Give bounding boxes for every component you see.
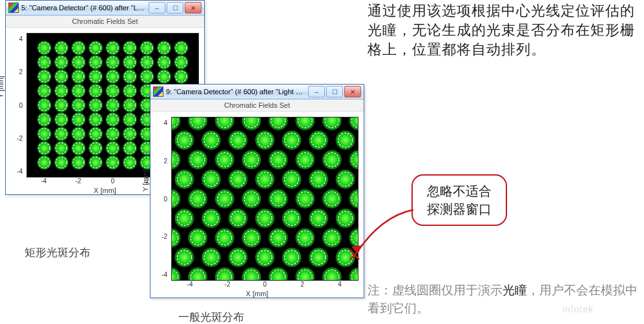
- svg-point-64: [123, 112, 137, 127]
- svg-point-92: [54, 84, 68, 98]
- titlebar[interactable]: 5: "Camera Detector" (# 600) after "Ligh…: [6, 1, 204, 15]
- svg-point-144: [37, 41, 52, 55]
- svg-point-90: [37, 84, 52, 98]
- svg-point-20: [54, 141, 68, 156]
- svg-point-120: [140, 70, 154, 84]
- app-icon: [153, 86, 163, 97]
- minimize-button[interactable]: –: [149, 2, 165, 14]
- plot-area: 420-2-4 Y [mm] -4-2024 X [mm]: [151, 112, 364, 298]
- svg-point-128: [54, 55, 68, 69]
- svg-point-80: [106, 98, 120, 112]
- svg-point-142: [174, 55, 189, 69]
- svg-point-44: [106, 127, 120, 141]
- svg-point-152: [106, 41, 120, 55]
- svg-point-94: [72, 84, 86, 98]
- svg-point-146: [54, 41, 68, 55]
- footnote: 注：虚线圆圈仅用于演示光瞳，用户不会在模拟中看到它们。: [368, 281, 638, 318]
- svg-point-154: [123, 41, 137, 55]
- footnote-strong: 光瞳: [503, 283, 527, 297]
- svg-point-296: [349, 117, 358, 130]
- svg-point-124: [174, 70, 189, 84]
- svg-point-108: [37, 70, 52, 84]
- svg-point-2: [54, 156, 68, 170]
- callout-line2: 探测器窗口: [427, 200, 492, 218]
- y-ticks: 420-2-4: [153, 117, 167, 281]
- svg-point-96: [88, 84, 103, 98]
- svg-point-38: [54, 127, 68, 141]
- svg-point-98: [106, 84, 120, 98]
- chart-subtitle: Chromatic Fields Set: [6, 15, 204, 28]
- svg-point-18: [37, 141, 52, 156]
- svg-point-136: [123, 55, 137, 69]
- svg-point-148: [72, 41, 86, 55]
- y-axis-label: Y [mm]: [0, 76, 5, 98]
- callout-line1: 忽略不适合: [427, 182, 492, 200]
- svg-point-72: [37, 98, 52, 112]
- svg-point-6: [88, 156, 103, 170]
- svg-point-26: [106, 141, 120, 156]
- callout-ignore-clipped: 忽略不适合 探测器窗口: [411, 174, 507, 226]
- svg-point-74: [54, 98, 68, 112]
- y-ticks: 420-2-4: [8, 33, 23, 177]
- svg-point-176: [349, 267, 358, 280]
- svg-point-126: [37, 55, 52, 69]
- spot-canvas-general: [171, 117, 358, 281]
- svg-point-22: [72, 141, 86, 156]
- svg-point-150: [88, 41, 103, 55]
- window-title: 5: "Camera Detector" (# 600) after "Ligh…: [21, 4, 146, 12]
- description-text: 通过使用该选项根据中心光线定位评估的光瞳，无论生成的光束是否分布在矩形栅格上，位…: [368, 1, 638, 59]
- svg-point-28: [123, 141, 137, 156]
- callout-arrow: [349, 200, 420, 265]
- svg-point-24: [88, 141, 103, 156]
- caption-general: 一般光斑分布: [178, 310, 244, 324]
- minimize-button[interactable]: –: [308, 86, 325, 97]
- maximize-button[interactable]: ☐: [167, 2, 183, 14]
- svg-point-282: [172, 117, 181, 130]
- svg-point-156: [140, 41, 154, 55]
- svg-point-134: [106, 55, 120, 69]
- svg-point-252: [172, 150, 181, 169]
- window-controls: – ☐ ✕: [308, 86, 361, 97]
- svg-point-112: [72, 70, 86, 84]
- svg-point-8: [106, 156, 120, 170]
- svg-point-162: [172, 267, 181, 280]
- svg-point-110: [54, 70, 68, 84]
- svg-point-82: [123, 98, 137, 112]
- y-axis-label: Y [mm]: [141, 169, 149, 192]
- window-controls: – ☐ ✕: [149, 2, 202, 14]
- chart-subtitle: Chromatic Fields Set: [151, 99, 364, 112]
- watermark: infotek: [563, 304, 594, 314]
- svg-point-78: [88, 98, 103, 112]
- svg-point-10: [123, 156, 137, 170]
- svg-point-36: [37, 127, 52, 141]
- svg-point-116: [106, 70, 120, 84]
- svg-point-118: [123, 70, 137, 84]
- x-axis-label: X [mm]: [151, 290, 364, 298]
- svg-point-76: [72, 98, 86, 112]
- svg-point-158: [157, 41, 171, 55]
- svg-point-122: [157, 70, 171, 84]
- svg-point-4: [72, 156, 86, 170]
- window-title: 9: "Camera Detector" (# 600) after "Ligh…: [166, 88, 306, 96]
- close-button[interactable]: ✕: [185, 2, 202, 14]
- svg-point-114: [88, 70, 103, 84]
- close-button[interactable]: ✕: [344, 86, 361, 97]
- x-ticks: -4-2024: [171, 281, 358, 289]
- app-icon: [8, 3, 19, 13]
- svg-point-54: [37, 112, 52, 127]
- svg-point-132: [88, 55, 103, 69]
- svg-point-130: [72, 55, 86, 69]
- svg-point-62: [106, 112, 120, 127]
- svg-point-46: [123, 127, 137, 141]
- svg-point-56: [54, 112, 68, 127]
- titlebar[interactable]: 9: "Camera Detector" (# 600) after "Ligh…: [151, 85, 364, 99]
- svg-point-222: [172, 189, 181, 208]
- svg-point-192: [172, 228, 181, 248]
- maximize-button[interactable]: ☐: [326, 86, 343, 97]
- svg-point-138: [140, 55, 154, 69]
- svg-point-42: [88, 127, 103, 141]
- footnote-prefix: 注：虚线圆圈仅用于演示: [368, 283, 503, 297]
- svg-point-58: [72, 112, 86, 127]
- svg-point-0: [37, 156, 52, 170]
- svg-point-140: [157, 55, 171, 69]
